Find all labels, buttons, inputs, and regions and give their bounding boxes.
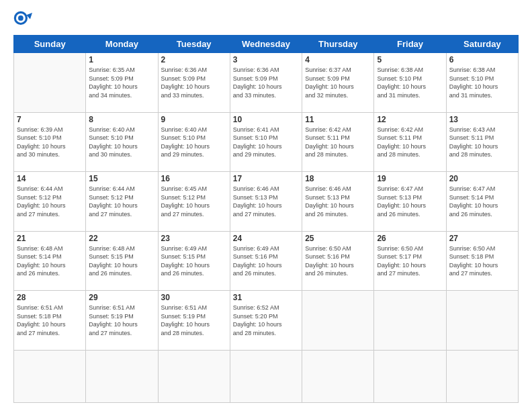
calendar-cell: 14Sunrise: 6:44 AM Sunset: 5:12 PM Dayli…	[14, 172, 86, 232]
calendar-cell: 5Sunrise: 6:38 AM Sunset: 5:10 PM Daylig…	[374, 53, 446, 113]
day-info: Sunrise: 6:44 AM Sunset: 5:12 PM Dayligh…	[89, 185, 154, 218]
day-number: 16	[161, 174, 227, 183]
calendar-row: 7Sunrise: 6:39 AM Sunset: 5:10 PM Daylig…	[14, 112, 519, 172]
day-info: Sunrise: 6:39 AM Sunset: 5:10 PM Dayligh…	[17, 126, 83, 159]
calendar-cell	[302, 291, 374, 351]
calendar-cell	[86, 350, 158, 402]
day-number: 23	[161, 234, 227, 243]
calendar-table: SundayMondayTuesdayWednesdayThursdayFrid…	[13, 35, 519, 403]
calendar-cell	[446, 291, 518, 351]
day-number: 8	[89, 115, 154, 124]
weekday-header-row: SundayMondayTuesdayWednesdayThursdayFrid…	[14, 36, 519, 53]
day-number: 18	[305, 174, 371, 183]
day-info: Sunrise: 6:48 AM Sunset: 5:14 PM Dayligh…	[17, 244, 83, 278]
calendar-cell	[302, 350, 374, 402]
day-number: 12	[377, 115, 443, 124]
day-info: Sunrise: 6:40 AM Sunset: 5:10 PM Dayligh…	[161, 126, 227, 159]
day-number: 30	[161, 293, 227, 302]
calendar-cell: 4Sunrise: 6:37 AM Sunset: 5:09 PM Daylig…	[302, 53, 374, 113]
calendar-cell: 16Sunrise: 6:45 AM Sunset: 5:12 PM Dayli…	[158, 172, 230, 232]
day-info: Sunrise: 6:42 AM Sunset: 5:11 PM Dayligh…	[377, 126, 443, 159]
weekday-header-sunday: Sunday	[14, 36, 86, 53]
weekday-header-saturday: Saturday	[446, 36, 518, 53]
calendar-cell: 6Sunrise: 6:38 AM Sunset: 5:10 PM Daylig…	[446, 53, 518, 113]
calendar-cell: 30Sunrise: 6:51 AM Sunset: 5:19 PM Dayli…	[158, 291, 230, 351]
day-info: Sunrise: 6:48 AM Sunset: 5:15 PM Dayligh…	[89, 244, 154, 278]
calendar-row: 1Sunrise: 6:35 AM Sunset: 5:09 PM Daylig…	[14, 53, 519, 113]
calendar-cell	[374, 350, 446, 402]
day-number: 29	[89, 293, 154, 302]
svg-point-2	[18, 15, 24, 21]
day-number: 27	[449, 234, 515, 243]
day-info: Sunrise: 6:51 AM Sunset: 5:19 PM Dayligh…	[89, 304, 154, 337]
day-info: Sunrise: 6:37 AM Sunset: 5:09 PM Dayligh…	[305, 66, 371, 99]
day-number: 5	[377, 55, 443, 64]
calendar-cell	[230, 350, 302, 402]
day-number: 14	[17, 174, 83, 183]
day-number: 3	[233, 55, 299, 64]
calendar-row: 28Sunrise: 6:51 AM Sunset: 5:18 PM Dayli…	[14, 291, 519, 351]
day-info: Sunrise: 6:41 AM Sunset: 5:10 PM Dayligh…	[233, 126, 299, 159]
weekday-header-tuesday: Tuesday	[158, 36, 230, 53]
calendar-cell: 8Sunrise: 6:40 AM Sunset: 5:10 PM Daylig…	[86, 112, 158, 172]
calendar-cell	[14, 350, 86, 402]
day-info: Sunrise: 6:38 AM Sunset: 5:10 PM Dayligh…	[377, 66, 443, 99]
day-info: Sunrise: 6:36 AM Sunset: 5:09 PM Dayligh…	[233, 66, 299, 99]
calendar-cell: 7Sunrise: 6:39 AM Sunset: 5:10 PM Daylig…	[14, 112, 86, 172]
calendar-row	[14, 350, 519, 402]
day-info: Sunrise: 6:47 AM Sunset: 5:13 PM Dayligh…	[377, 185, 443, 218]
day-number: 20	[449, 174, 515, 183]
day-info: Sunrise: 6:49 AM Sunset: 5:16 PM Dayligh…	[233, 244, 299, 278]
day-number: 22	[89, 234, 154, 243]
calendar-cell	[158, 350, 230, 402]
day-info: Sunrise: 6:36 AM Sunset: 5:09 PM Dayligh…	[161, 66, 227, 99]
day-number: 31	[233, 293, 299, 302]
calendar-cell: 13Sunrise: 6:43 AM Sunset: 5:11 PM Dayli…	[446, 112, 518, 172]
day-number: 7	[17, 115, 83, 124]
day-number: 15	[89, 174, 154, 183]
day-number: 1	[89, 55, 154, 64]
day-info: Sunrise: 6:44 AM Sunset: 5:12 PM Dayligh…	[17, 185, 83, 218]
weekday-header-wednesday: Wednesday	[230, 36, 302, 53]
calendar-cell	[446, 350, 518, 402]
calendar-cell: 10Sunrise: 6:41 AM Sunset: 5:10 PM Dayli…	[230, 112, 302, 172]
calendar-cell: 24Sunrise: 6:49 AM Sunset: 5:16 PM Dayli…	[230, 231, 302, 291]
calendar-cell: 1Sunrise: 6:35 AM Sunset: 5:09 PM Daylig…	[86, 53, 158, 113]
calendar-cell: 28Sunrise: 6:51 AM Sunset: 5:18 PM Dayli…	[14, 291, 86, 351]
calendar-cell: 12Sunrise: 6:42 AM Sunset: 5:11 PM Dayli…	[374, 112, 446, 172]
day-info: Sunrise: 6:52 AM Sunset: 5:20 PM Dayligh…	[233, 304, 299, 337]
day-info: Sunrise: 6:40 AM Sunset: 5:10 PM Dayligh…	[89, 126, 154, 159]
day-info: Sunrise: 6:49 AM Sunset: 5:15 PM Dayligh…	[161, 244, 227, 278]
calendar-cell: 22Sunrise: 6:48 AM Sunset: 5:15 PM Dayli…	[86, 231, 158, 291]
calendar-cell	[14, 53, 86, 113]
day-number: 26	[377, 234, 443, 243]
day-info: Sunrise: 6:35 AM Sunset: 5:09 PM Dayligh…	[89, 66, 154, 99]
calendar-row: 14Sunrise: 6:44 AM Sunset: 5:12 PM Dayli…	[14, 172, 519, 232]
day-info: Sunrise: 6:50 AM Sunset: 5:16 PM Dayligh…	[305, 244, 371, 278]
day-info: Sunrise: 6:51 AM Sunset: 5:18 PM Dayligh…	[17, 304, 83, 337]
calendar-row: 21Sunrise: 6:48 AM Sunset: 5:14 PM Dayli…	[14, 231, 519, 291]
calendar-cell: 25Sunrise: 6:50 AM Sunset: 5:16 PM Dayli…	[302, 231, 374, 291]
day-info: Sunrise: 6:42 AM Sunset: 5:11 PM Dayligh…	[305, 126, 371, 159]
weekday-header-friday: Friday	[374, 36, 446, 53]
day-info: Sunrise: 6:46 AM Sunset: 5:13 PM Dayligh…	[233, 185, 299, 218]
calendar-cell: 27Sunrise: 6:50 AM Sunset: 5:18 PM Dayli…	[446, 231, 518, 291]
day-info: Sunrise: 6:38 AM Sunset: 5:10 PM Dayligh…	[449, 66, 515, 99]
day-number: 19	[377, 174, 443, 183]
calendar-cell: 31Sunrise: 6:52 AM Sunset: 5:20 PM Dayli…	[230, 291, 302, 351]
calendar-cell: 21Sunrise: 6:48 AM Sunset: 5:14 PM Dayli…	[14, 231, 86, 291]
day-info: Sunrise: 6:46 AM Sunset: 5:13 PM Dayligh…	[305, 185, 371, 218]
calendar-cell	[374, 291, 446, 351]
day-number: 28	[17, 293, 83, 302]
day-number: 9	[161, 115, 227, 124]
day-number: 4	[305, 55, 371, 64]
calendar-cell: 2Sunrise: 6:36 AM Sunset: 5:09 PM Daylig…	[158, 53, 230, 113]
calendar-cell: 9Sunrise: 6:40 AM Sunset: 5:10 PM Daylig…	[158, 112, 230, 172]
logo	[13, 11, 35, 30]
calendar-body: 1Sunrise: 6:35 AM Sunset: 5:09 PM Daylig…	[14, 53, 519, 403]
calendar-cell: 20Sunrise: 6:47 AM Sunset: 5:14 PM Dayli…	[446, 172, 518, 232]
day-info: Sunrise: 6:50 AM Sunset: 5:18 PM Dayligh…	[449, 244, 515, 278]
calendar-cell: 3Sunrise: 6:36 AM Sunset: 5:09 PM Daylig…	[230, 53, 302, 113]
day-info: Sunrise: 6:51 AM Sunset: 5:19 PM Dayligh…	[161, 304, 227, 337]
calendar-cell: 15Sunrise: 6:44 AM Sunset: 5:12 PM Dayli…	[86, 172, 158, 232]
